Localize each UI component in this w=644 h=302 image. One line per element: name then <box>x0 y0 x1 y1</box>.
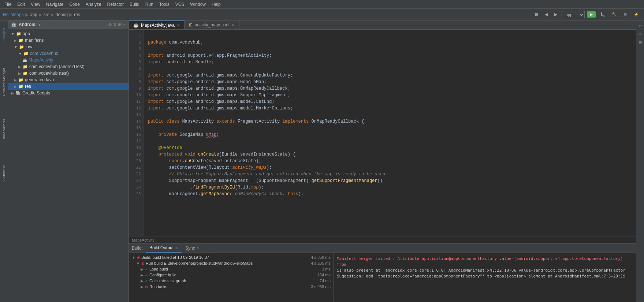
sidebar-tab-project[interactable]: 1: Project <box>0 22 8 48</box>
menu-view[interactable]: View <box>28 1 43 8</box>
btm-tab-build-output[interactable]: Build Output ✕ <box>146 244 182 253</box>
line-25: 25 <box>129 191 141 197</box>
build-item-1[interactable]: ▼ ⊗ Run build E:\development\projects-st… <box>130 260 332 266</box>
filter-icon[interactable]: ≡ <box>113 22 116 27</box>
right-icon-3[interactable]: ▦ <box>637 38 644 45</box>
build-label-0: Build: build failed at 18-09-2019 16:37 <box>141 255 209 260</box>
line-4: 4 <box>129 52 141 59</box>
tree-item-test[interactable]: ▶ 📁 com.vcdevhub (test) <box>8 70 129 77</box>
build-label-5: Run tasks <box>149 284 167 289</box>
menu-edit[interactable]: Edit <box>14 1 28 8</box>
bottom-tabs: Build: Build Output ✕ Sync ✕ <box>129 244 636 253</box>
java-file-icon: ☕ <box>133 23 139 28</box>
tab-close-activity-maps[interactable]: ✕ <box>232 23 235 27</box>
minimize-icon[interactable]: − <box>123 22 126 27</box>
breadcrumb-app[interactable]: app <box>30 12 37 17</box>
menu-code[interactable]: Code <box>66 1 83 8</box>
menu-help[interactable]: Help <box>209 1 224 8</box>
tab-mapsactivity[interactable]: ☕ MapsActivity.java ✕ <box>129 20 185 29</box>
main-layout: 1: Project Resource Manager Build Varian… <box>0 20 644 302</box>
sidebar-tab-structure[interactable]: Z-Structure <box>0 158 8 187</box>
menu-navigate[interactable]: Navigate <box>43 1 66 8</box>
tree-item-gradle[interactable]: ▶ 🐘 Gradle Scripts <box>8 90 129 96</box>
menu-run[interactable]: Run <box>142 1 156 8</box>
tree-item-app[interactable]: ▼ 📁 app <box>8 30 129 37</box>
menu-window[interactable]: Window <box>187 1 209 8</box>
build-item-3[interactable]: ▶ ✓ Configure build 154 ms <box>130 272 332 278</box>
btm-tab-sync-close[interactable]: ✕ <box>197 246 200 250</box>
error-icon-5: ⊗ <box>145 285 148 289</box>
label-mapsactivity: MapsActivity <box>29 57 53 63</box>
build-item-4[interactable]: ▶ ✓ Calculate task graph 74 ms <box>130 278 332 284</box>
error-icon-0: ⊗ <box>137 256 140 260</box>
line-code-4: import android.os.Bundle; <box>148 60 214 65</box>
run-button[interactable]: ▶ <box>587 11 596 18</box>
forward-button[interactable]: ▶ <box>552 11 559 18</box>
menu-tools[interactable]: Tools <box>156 1 172 8</box>
line-code-10: import com.google.android.gms.maps.model… <box>148 99 275 104</box>
success-icon-4: ✓ <box>145 279 148 283</box>
breadcrumb-sep2: ▶ <box>39 12 42 17</box>
right-icon-2[interactable]: ☆ <box>637 30 644 37</box>
tree-item-res[interactable]: ▶ 📁 res <box>8 83 129 90</box>
tab-close-mapsactivity[interactable]: ✕ <box>177 23 180 27</box>
tree-item-manifests[interactable]: ▶ 📁 manifests <box>8 37 129 44</box>
build-button[interactable]: 🔨 <box>610 11 619 18</box>
build-label: Build: <box>132 246 143 251</box>
right-icon-1[interactable]: ↩ <box>637 22 644 29</box>
arrow-gradle: ▶ <box>11 91 14 95</box>
debug-button[interactable]: 🐛 <box>598 11 607 18</box>
arrow-vcdevhub: ▼ <box>18 52 22 56</box>
line-code-15: private GoogleMap mMap; <box>148 132 219 137</box>
gear-icon[interactable]: ⚙ <box>118 22 122 27</box>
build-arrow-4: ▶ <box>141 279 144 283</box>
project-panel-header: 🤖 Android ▼ ⟳ ≡ ⚙ − <box>8 20 129 29</box>
tab-activity-maps-xml[interactable]: ⊞ activity_maps.xml ✕ <box>185 20 239 29</box>
build-time-0: 4 s 359 ms <box>311 255 331 260</box>
label-java: java <box>26 44 34 49</box>
back-button[interactable]: ◀ <box>543 11 550 18</box>
project-panel: 🤖 Android ▼ ⟳ ≡ ⚙ − ▼ 📁 app ▶ 📁 manifest… <box>8 20 129 302</box>
breadcrumb-hellomaps[interactable]: HelloMaps <box>3 12 24 17</box>
tree-item-generatedjava[interactable]: ▶ 📁 generatedJava <box>8 77 129 83</box>
line-numbers: 1 2 3 4 5 6 7 8 9 10 11 12 13 14 15 16 1… <box>129 30 144 236</box>
arrow-manifests: ▶ <box>14 38 17 42</box>
arrow-app: ▼ <box>11 32 15 36</box>
build-item-5[interactable]: ▶ ⊗ Run tasks 3 s 968 ms <box>130 284 332 290</box>
build-item-2[interactable]: ▶ ✓ Load build 3 ms <box>130 266 332 272</box>
menu-vcs[interactable]: VCS <box>172 1 187 8</box>
run-config-dropdown[interactable]: app <box>562 11 585 18</box>
power-button[interactable]: ⚡ <box>632 11 641 18</box>
label-generatedjava: generatedJava <box>25 77 54 82</box>
line-code-11: import com.google.android.gms.maps.model… <box>148 106 293 111</box>
tab-label-activity-maps: activity_maps.xml <box>195 22 230 27</box>
btm-tab-sync[interactable]: Sync ✕ <box>182 244 203 252</box>
menu-file[interactable]: File <box>1 1 14 8</box>
dropdown-icon[interactable]: ▼ <box>38 23 41 27</box>
tree-item-vcdevhub[interactable]: ▼ 📁 com.vcdevhub <box>8 50 129 57</box>
breadcrumb-res[interactable]: res <box>74 12 80 17</box>
breadcrumb-src[interactable]: src <box>44 12 49 17</box>
sidebar-tab-build-variants[interactable]: Build Variants <box>0 113 8 146</box>
build-arrow-5: ▶ <box>141 285 144 289</box>
code-content[interactable]: package com.vcdevhub; import android.sup… <box>144 30 636 236</box>
breadcrumb-debug[interactable]: debug <box>56 12 68 17</box>
tree-item-mapsactivity[interactable]: ☕ MapsActivity <box>8 57 129 63</box>
settings-button[interactable]: ⚙ <box>621 11 629 18</box>
toolbar: HelloMaps ▶ app ▶ src ▶ debug ▶ res ⊞ ◀ … <box>0 9 644 20</box>
line-24: 24 <box>129 184 141 191</box>
line-code-7: import com.google.android.gms.maps.Googl… <box>148 79 267 85</box>
layout-button[interactable]: ⊞ <box>533 11 540 18</box>
line-code-3: import android.support.v4.app.FragmentAc… <box>148 53 272 58</box>
sync-icon[interactable]: ⟳ <box>108 22 112 27</box>
menu-refactor[interactable]: Refactor <box>104 1 127 8</box>
menu-build[interactable]: Build <box>127 1 142 8</box>
tree-item-androidtest[interactable]: ▶ 📁 com.vcdevhub (androidTest) <box>8 63 129 70</box>
build-item-0[interactable]: ▼ ⊗ Build: build failed at 18-09-2019 16… <box>130 254 332 260</box>
build-time-4: 74 ms <box>320 279 331 283</box>
menu-analyze[interactable]: Analyze <box>83 1 104 8</box>
btm-tab-build-close[interactable]: ✕ <box>175 246 178 250</box>
sidebar-tab-resource[interactable]: Resource Manager <box>0 64 8 100</box>
error-line-0: Manifest merger failed : Attribute appli… <box>337 256 633 268</box>
tree-item-java[interactable]: ▼ 📁 java <box>8 44 129 50</box>
